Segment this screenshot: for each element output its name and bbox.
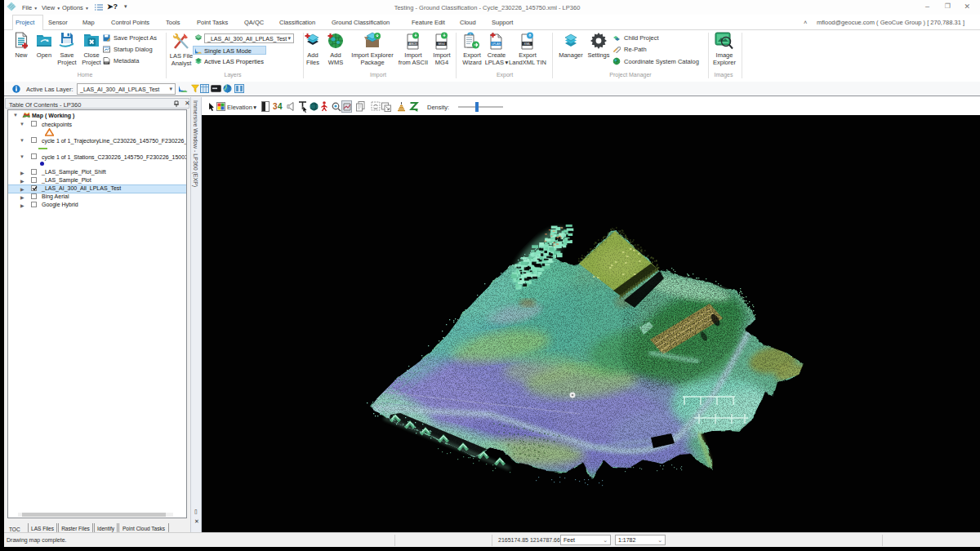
svg-text:ASCII: ASCII (409, 42, 416, 46)
svg-text:4: 4 (278, 102, 283, 111)
svg-text:XML: XML (524, 42, 531, 46)
svg-text:MG4: MG4 (438, 42, 444, 46)
svg-text:LPLAS: LPLAS (492, 42, 501, 46)
